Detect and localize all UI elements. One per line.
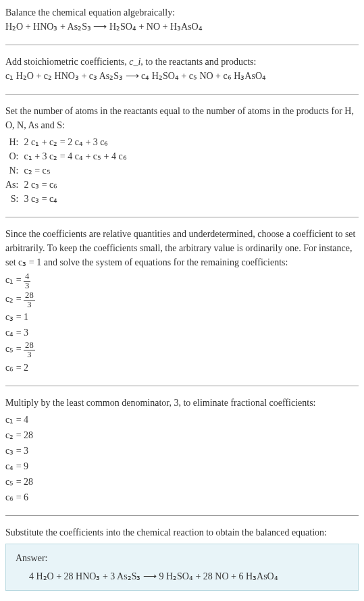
eq-row-o: O: c₁ + 3 c₂ = 4 c₄ + c₅ + 4 c₆ bbox=[5, 149, 127, 163]
denominator: 3 bbox=[24, 300, 35, 309]
coeff-c3: c₃ = 1 bbox=[5, 310, 359, 324]
element-label: H: bbox=[5, 135, 24, 149]
coeff-c3: c₃ = 3 bbox=[5, 444, 359, 458]
divider bbox=[5, 515, 359, 516]
section-solve-fractional: Since the coefficients are relative quan… bbox=[5, 227, 359, 375]
coeff-equation: c₁ H₂O + c₂ HNO₃ + c₃ As₂S₃ ⟶ c₄ H₂SO₄ +… bbox=[5, 69, 359, 83]
coeff-c1: c₁ = 43 bbox=[5, 272, 359, 290]
denominator: 3 bbox=[24, 350, 35, 359]
element-equation: c₁ + 3 c₂ = 4 c₄ + c₅ + 4 c₆ bbox=[24, 149, 126, 163]
numerator: 28 bbox=[24, 341, 35, 350]
answer-intro: Substitute the coefficients into the che… bbox=[5, 525, 359, 540]
numerator: 28 bbox=[24, 291, 35, 300]
denominator: 3 bbox=[24, 282, 30, 290]
element-label: As: bbox=[5, 178, 24, 192]
answer-box: Answer: 4 H₂O + 28 HNO₃ + 3 As₂S₃ ⟶ 9 H₂… bbox=[5, 544, 359, 591]
integer-coefficients: c₁ = 4 c₂ = 28 c₃ = 3 c₄ = 9 c₅ = 28 c₆ … bbox=[5, 413, 359, 504]
fraction: 283 bbox=[24, 291, 35, 309]
numerator: 4 bbox=[24, 272, 30, 282]
eq-row-h: H: 2 c₁ + c₂ = 2 c₄ + 3 c₆ bbox=[5, 135, 127, 149]
section-answer: Substitute the coefficients into the che… bbox=[5, 525, 359, 591]
text: Add stoichiometric coefficients, bbox=[5, 57, 129, 67]
element-label: N: bbox=[5, 163, 24, 178]
divider bbox=[5, 45, 359, 45]
coeff-c1: c₁ = 4 bbox=[5, 413, 359, 427]
eq-row-as: As: 2 c₃ = c₆ bbox=[5, 178, 127, 192]
element-label: S: bbox=[5, 192, 24, 206]
integer-intro: Multiply by the least common denominator… bbox=[5, 396, 359, 410]
atom-equation-table: H: 2 c₁ + c₂ = 2 c₄ + 3 c₆ O: c₁ + 3 c₂ … bbox=[5, 135, 127, 206]
ci-symbol: c_i bbox=[129, 57, 140, 67]
element-label: O: bbox=[5, 149, 24, 163]
coeff-c6: c₆ = 6 bbox=[5, 490, 359, 504]
element-equation: 2 c₁ + c₂ = 2 c₄ + 3 c₆ bbox=[24, 135, 126, 149]
eq-row-s: S: 3 c₃ = c₄ bbox=[5, 192, 127, 206]
answer-equation: 4 H₂O + 28 HNO₃ + 3 As₂S₃ ⟶ 9 H₂SO₄ + 28… bbox=[16, 569, 348, 583]
problem-equation: H₂O + HNO₃ + As₂S₃ ⟶ H₂SO₄ + NO + H₃AsO₄ bbox=[5, 20, 359, 34]
fraction: 283 bbox=[24, 341, 35, 359]
coeff-c6: c₆ = 2 bbox=[5, 361, 359, 375]
lhs: c₅ = bbox=[5, 344, 24, 355]
divider bbox=[5, 94, 359, 95]
eq-row-n: N: c₂ = c₅ bbox=[5, 163, 127, 178]
lhs: c₂ = bbox=[5, 294, 24, 305]
coeff-c5: c₅ = 28 bbox=[5, 475, 359, 489]
coeff-c2: c₂ = 283 bbox=[5, 291, 359, 309]
coeff-c5: c₅ = 283 bbox=[5, 341, 359, 359]
section-coefficients: Add stoichiometric coefficients, c_i, to… bbox=[5, 55, 359, 83]
section-atom-equations: Set the number of atoms in the reactants… bbox=[5, 104, 359, 206]
solve-intro: Since the coefficients are relative quan… bbox=[5, 227, 359, 269]
divider bbox=[5, 217, 359, 217]
element-equation: c₂ = c₅ bbox=[24, 163, 126, 178]
element-equation: 2 c₃ = c₆ bbox=[24, 178, 126, 192]
fraction: 43 bbox=[24, 272, 30, 290]
text: , to the reactants and products: bbox=[140, 57, 256, 67]
element-equation: 3 c₃ = c₄ bbox=[24, 192, 126, 206]
fractional-coefficients: c₁ = 43 c₂ = 283 c₃ = 1 c₄ = 3 c₅ = 283 … bbox=[5, 272, 359, 375]
coeff-c2: c₂ = 28 bbox=[5, 428, 359, 442]
atom-intro: Set the number of atoms in the reactants… bbox=[5, 104, 359, 132]
problem-intro: Balance the chemical equation algebraica… bbox=[5, 5, 359, 20]
answer-label: Answer: bbox=[16, 551, 348, 565]
coeff-c4: c₄ = 9 bbox=[5, 459, 359, 473]
section-problem: Balance the chemical equation algebraica… bbox=[5, 5, 359, 34]
coeff-c4: c₄ = 3 bbox=[5, 325, 359, 340]
divider bbox=[5, 386, 359, 386]
coeff-intro: Add stoichiometric coefficients, c_i, to… bbox=[5, 55, 359, 69]
section-integer-coefficients: Multiply by the least common denominator… bbox=[5, 396, 359, 504]
lhs: c₁ = bbox=[5, 275, 24, 285]
